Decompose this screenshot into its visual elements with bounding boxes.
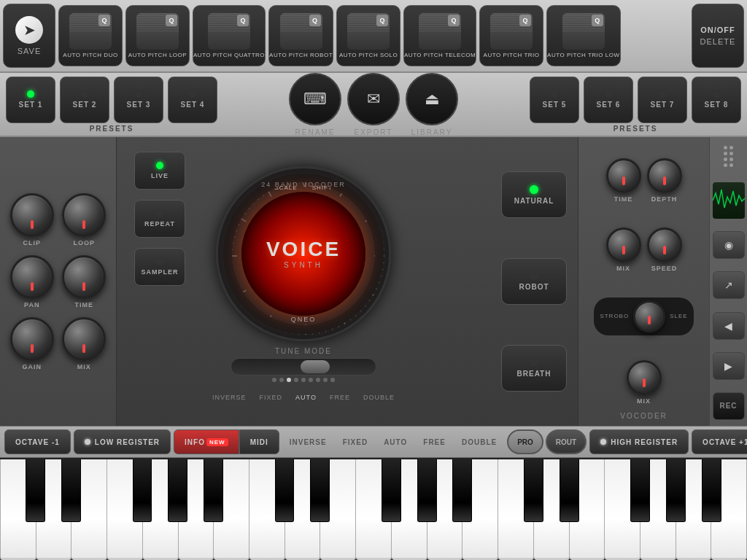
set-btn-set-1[interactable]: SET 1 bbox=[6, 77, 55, 123]
fixed-bottom-btn[interactable]: FIXED bbox=[336, 429, 375, 454]
inverse-btn[interactable]: INVERSE bbox=[206, 392, 252, 402]
midi-button[interactable]: MIDI bbox=[239, 429, 279, 454]
set-btn-set-8[interactable]: SET 8 bbox=[692, 77, 741, 123]
set-btn-set-2[interactable]: SET 2 bbox=[60, 77, 109, 123]
black-key-9[interactable] bbox=[452, 459, 472, 522]
set-btn-set-4[interactable]: SET 4 bbox=[168, 77, 217, 123]
black-key-1[interactable] bbox=[61, 459, 81, 522]
black-key-6[interactable] bbox=[310, 459, 330, 522]
voc-mix-knob[interactable] bbox=[606, 228, 641, 262]
voc-mix2-knob[interactable] bbox=[627, 360, 662, 395]
pan-label: PAN bbox=[24, 301, 39, 308]
plugin-button[interactable]: ◉ bbox=[713, 231, 745, 259]
export-button[interactable]: ✉ bbox=[347, 73, 400, 125]
black-key-8[interactable] bbox=[417, 459, 437, 522]
set-led bbox=[189, 90, 196, 98]
set-led bbox=[27, 90, 34, 98]
preset-item-0[interactable]: Q AUTO PITCH DUO bbox=[58, 5, 123, 66]
preset-item-4[interactable]: Q AUTO PITCH SOLO bbox=[336, 5, 400, 66]
rout-button[interactable]: ROUT bbox=[546, 429, 587, 454]
black-key-12[interactable] bbox=[630, 459, 650, 522]
black-key-3[interactable] bbox=[168, 459, 187, 522]
low-register-button[interactable]: LOW REGISTER bbox=[74, 429, 171, 454]
clip-knob[interactable] bbox=[10, 193, 54, 237]
voc-time-knob[interactable] bbox=[606, 158, 641, 193]
bottom-controls: OCTAVE -1 LOW REGISTER INFO NEW MIDI INV… bbox=[0, 426, 747, 458]
vocoder-wheel[interactable]: ◄ SCALE SHIFT ► 24 BAND VOCODER VOICE SY… bbox=[216, 166, 391, 341]
export-side-button[interactable]: ↗ bbox=[713, 271, 745, 299]
inverse-bottom-btn[interactable]: INVERSE bbox=[282, 429, 334, 454]
tune-slider-thumb[interactable] bbox=[301, 360, 330, 373]
double-bottom-btn[interactable]: DOUBLE bbox=[454, 429, 504, 454]
loop-label: LOOP bbox=[73, 239, 95, 246]
tune-slider[interactable] bbox=[231, 358, 376, 376]
black-key-14[interactable] bbox=[702, 459, 721, 522]
high-register-button[interactable]: HIGH REGISTER bbox=[589, 429, 689, 454]
set-btn-set-3[interactable]: SET 3 bbox=[114, 77, 163, 123]
clip-label: CLIP bbox=[23, 239, 41, 246]
dot bbox=[729, 146, 733, 149]
breath-led bbox=[530, 358, 538, 367]
voc-speed-knob[interactable] bbox=[647, 228, 682, 262]
rewind-button[interactable]: ◀ bbox=[713, 312, 745, 340]
double-btn[interactable]: DOUBLE bbox=[357, 392, 400, 402]
time-knob[interactable] bbox=[62, 255, 106, 299]
play-button[interactable]: ▶ bbox=[713, 352, 745, 380]
preset-item-3[interactable]: Q AUTO PITCH ROBOT bbox=[268, 5, 333, 66]
pan-knob[interactable] bbox=[10, 255, 54, 299]
set-btn-set-7[interactable]: SET 7 bbox=[638, 77, 687, 123]
play-icon: ▶ bbox=[724, 360, 732, 372]
black-key-7[interactable] bbox=[382, 459, 401, 522]
natural-button[interactable]: NATURAL bbox=[501, 171, 567, 218]
gain-knob[interactable] bbox=[10, 317, 54, 361]
delete-button[interactable]: ON/OFF DELETE bbox=[692, 4, 744, 68]
pro-button[interactable]: PRO bbox=[507, 429, 543, 454]
preset-item-7[interactable]: Q AUTO PITCH TRIO LOW bbox=[546, 5, 620, 66]
vocoder-bot-row: MIX bbox=[627, 360, 662, 405]
loop-knob[interactable] bbox=[62, 193, 106, 237]
free-btn[interactable]: FREE bbox=[324, 392, 356, 402]
set-label: SET 7 bbox=[651, 101, 675, 109]
black-key-2[interactable] bbox=[133, 459, 152, 522]
black-key-11[interactable] bbox=[560, 459, 579, 522]
auto-bottom-btn[interactable]: AUTO bbox=[376, 429, 414, 454]
rec-button[interactable]: REC bbox=[713, 392, 745, 420]
dot bbox=[724, 152, 727, 155]
fixed-btn[interactable]: FIXED bbox=[254, 392, 289, 402]
set-btn-set-5[interactable]: SET 5 bbox=[530, 77, 579, 123]
save-button[interactable]: ➤ SAVE bbox=[3, 4, 55, 68]
black-key-13[interactable] bbox=[666, 459, 686, 522]
free-bottom-btn[interactable]: FREE bbox=[416, 429, 453, 454]
robot-button[interactable]: ROBOT bbox=[501, 258, 567, 305]
info-button[interactable]: INFO NEW bbox=[174, 429, 239, 454]
octave-minus-button[interactable]: OCTAVE -1 bbox=[4, 429, 71, 454]
voc-depth-knob[interactable] bbox=[647, 158, 682, 193]
set-btn-set-6[interactable]: SET 6 bbox=[584, 77, 633, 123]
vocoder-mid-row: MIX SPEED bbox=[606, 228, 682, 272]
live-button[interactable]: LIVE bbox=[134, 152, 185, 190]
black-key-5[interactable] bbox=[275, 459, 295, 522]
black-key-0[interactable] bbox=[26, 459, 45, 522]
strobo-time-knob[interactable] bbox=[633, 300, 665, 332]
auto-btn[interactable]: AUTO bbox=[290, 392, 322, 402]
left-knobs: CLIP PAN GAIN LOOP TIME bbox=[6, 184, 110, 379]
sampler-button[interactable]: SAMPLER bbox=[134, 248, 185, 286]
repeat-button[interactable]: REPEAT bbox=[134, 200, 185, 238]
black-key-10[interactable] bbox=[524, 459, 543, 522]
preset-item-1[interactable]: Q AUTO PITCH LOOP bbox=[125, 5, 190, 66]
breath-button[interactable]: BREATH bbox=[501, 345, 567, 392]
preset-item-5[interactable]: Q AUTO PITCH TELECOM bbox=[403, 5, 476, 66]
set-label: SET 5 bbox=[543, 101, 567, 109]
black-key-4[interactable] bbox=[204, 459, 223, 522]
library-button[interactable]: ⏏ bbox=[406, 73, 458, 125]
library-icon: ⏏ bbox=[425, 90, 440, 109]
preset-item-2[interactable]: Q AUTO PITCH QUATTRO bbox=[193, 5, 266, 66]
presets-scroll: Q AUTO PITCH DUO Q AUTO PITCH LOOP Q AUT… bbox=[58, 4, 689, 68]
preset-item-6[interactable]: Q AUTO PITCH TRIO bbox=[479, 5, 543, 66]
loop-knob-wrap: LOOP bbox=[62, 193, 106, 246]
mix-knob[interactable] bbox=[62, 317, 106, 361]
piano-keyboard[interactable] bbox=[0, 458, 747, 560]
rename-button[interactable]: ⌨ bbox=[289, 73, 341, 125]
rec-label: REC bbox=[719, 402, 737, 410]
octave-plus-button[interactable]: OCTAVE +1 bbox=[692, 429, 747, 454]
